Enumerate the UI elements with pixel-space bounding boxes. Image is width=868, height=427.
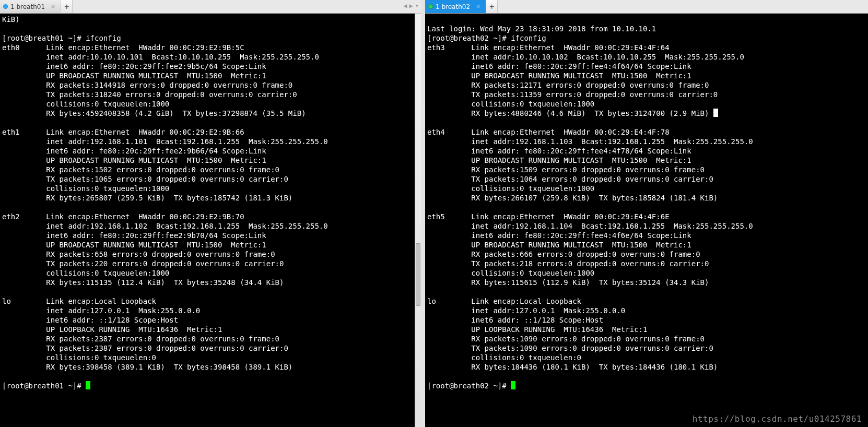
plus-icon: + [64,2,69,11]
tabbar-left: 1 breath01 × + ◀ ▶ ▾ [0,0,421,14]
status-dot-icon [428,4,433,9]
right-pane: 1 breath02 × + Last login: Wed May 23 18… [425,0,868,427]
status-dot-icon [3,4,8,9]
terminal-left[interactable]: KiB) [root@breath01 ~]# ifconfig eth0 Li… [0,14,421,427]
tab-label: 1 breath02 [436,3,470,10]
split-divider[interactable] [421,0,425,427]
tab-breath02[interactable]: 1 breath02 × [425,0,486,13]
close-icon[interactable]: × [476,3,480,10]
add-tab-button[interactable]: + [61,0,73,13]
tab-breath01[interactable]: 1 breath01 × [0,0,61,13]
terminal-right[interactable]: Last login: Wed May 23 18:31:09 2018 fro… [425,14,868,427]
tab-label: 1 breath01 [10,3,45,10]
nav-menu-icon[interactable]: ▾ [415,2,419,9]
plus-icon: + [489,2,494,11]
close-icon[interactable]: × [51,3,55,10]
scrollbar[interactable] [415,14,421,427]
pane-nav: ◀ ▶ ▾ [403,2,419,9]
tabbar-right: 1 breath02 × + [425,0,868,14]
scrollbar-thumb[interactable] [416,243,420,306]
nav-right-icon[interactable]: ▶ [409,2,413,9]
nav-left-icon[interactable]: ◀ [403,2,407,9]
left-pane: 1 breath01 × + ◀ ▶ ▾ KiB) [root@breath01… [0,0,421,427]
add-tab-button[interactable]: + [486,0,498,13]
